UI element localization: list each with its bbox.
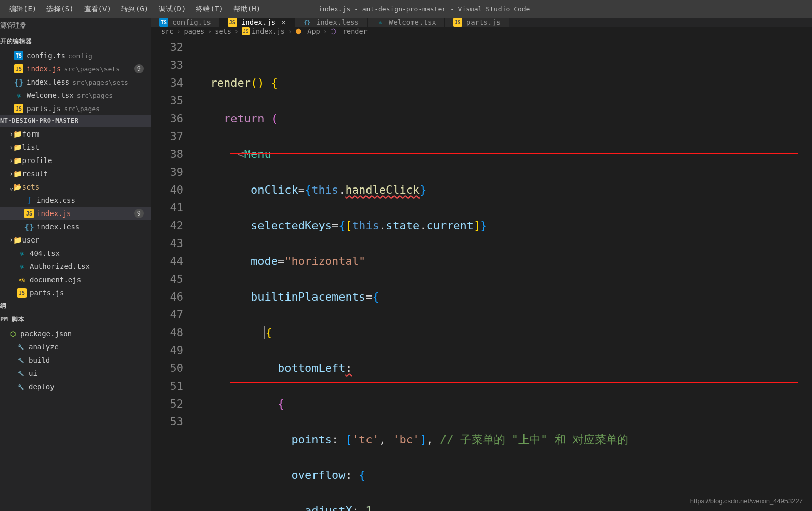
file-row[interactable]: ⚛Authorized.tsx <box>0 260 151 273</box>
js-icon: JS <box>17 288 27 298</box>
wrench-icon: 🔧 <box>16 382 25 391</box>
js-icon: JS <box>228 18 237 27</box>
js-icon: JS <box>24 209 34 218</box>
error-badge: 9 <box>134 209 144 218</box>
less-icon: {} <box>24 222 34 231</box>
js-icon: JS <box>453 18 462 27</box>
folder-icon: 📁 <box>13 236 22 244</box>
folder-icon: 📁 <box>13 156 22 165</box>
file-row[interactable]: {}index.less <box>0 220 151 233</box>
npm-script[interactable]: 🔧ui <box>0 367 151 380</box>
chevron-down-icon: ⌄ <box>9 183 13 191</box>
close-icon[interactable]: ✕ <box>281 18 285 26</box>
wrench-icon: 🔧 <box>16 342 25 352</box>
chevron-right-icon: › <box>9 130 13 138</box>
menu-help[interactable]: 帮助(H) <box>228 3 266 16</box>
react-icon: ⚛ <box>17 249 27 258</box>
folder-icon: 📁 <box>13 143 22 151</box>
error-badge: 9 <box>134 64 144 73</box>
file-row[interactable]: <%document.ejs <box>0 273 151 286</box>
open-editor-item[interactable]: {}index.lesssrc\pages\sets <box>0 75 151 89</box>
chevron-right-icon: › <box>9 170 13 178</box>
window-title: index.js - ant-design-pro-master - Visua… <box>266 5 583 13</box>
menu-terminal[interactable]: 终端(T) <box>191 3 228 16</box>
menu-goto[interactable]: 转到(G) <box>116 3 153 16</box>
folder-user[interactable]: ›📁user <box>0 233 151 247</box>
chevron-right-icon: › <box>9 143 13 151</box>
wrench-icon: 🔧 <box>16 356 25 365</box>
open-editor-item[interactable]: TSconfig.tsconfig <box>0 49 151 62</box>
folder-icon: 📁 <box>13 130 22 138</box>
npm-script[interactable]: 🔧deploy <box>0 380 151 393</box>
npm-script[interactable]: 🔧analyze <box>0 340 151 354</box>
folder-row[interactable]: ›📁profile <box>0 154 151 167</box>
js-icon: JS <box>14 64 23 73</box>
npm-icon: ⬡ <box>8 329 17 338</box>
package-json-row[interactable]: ⬡package.json <box>0 327 151 340</box>
editor-area: TSconfig.ts JSindex.js✕ {}index.less ⚛We… <box>151 18 812 511</box>
chevron-right-icon: › <box>9 156 13 165</box>
chevron-right-icon: › <box>9 236 13 244</box>
code-content[interactable]: render() { return ( <Menu onClick={this.… <box>197 35 812 511</box>
wrench-icon: 🔧 <box>16 369 25 378</box>
open-editor-item[interactable]: JSindex.jssrc\pages\sets9 <box>0 62 151 75</box>
file-row[interactable]: JSparts.js <box>0 286 151 300</box>
folder-row[interactable]: ›📁result <box>0 167 151 180</box>
code-editor[interactable]: 3233343536373839404142434445464748495051… <box>151 35 812 511</box>
open-editors-title[interactable]: 开的编辑器 <box>0 35 151 49</box>
file-row[interactable]: ⚛404.tsx <box>0 247 151 260</box>
open-editor-item[interactable]: JSparts.jssrc\pages <box>0 102 151 115</box>
npm-script[interactable]: 🔧build <box>0 354 151 367</box>
menubar: 编辑(E) 选择(S) 查看(V) 转到(G) 调试(D) 终端(T) 帮助(H… <box>0 0 812 18</box>
open-editor-item[interactable]: ⚛Welcome.tsxsrc\pages <box>0 89 151 102</box>
react-icon: ⚛ <box>17 262 27 271</box>
css-icon: ∫ <box>24 196 34 205</box>
outline-title[interactable]: 纲 <box>0 300 151 313</box>
watermark: https://blog.csdn.net/weixin_44953227 <box>690 497 803 505</box>
menu-select[interactable]: 选择(S) <box>41 3 78 16</box>
tab-parts[interactable]: JSparts.js <box>445 18 509 27</box>
sidebar-explorer: 源管理器 开的编辑器 TSconfig.tsconfig JSindex.jss… <box>0 18 151 511</box>
folder-row[interactable]: ›📁form <box>0 127 151 141</box>
react-icon: ⚛ <box>14 91 23 100</box>
tab-welcome[interactable]: ⚛Welcome.tsx <box>368 18 445 27</box>
react-icon: ⚛ <box>376 18 385 27</box>
editor-tabs: TSconfig.ts JSindex.js✕ {}index.less ⚛We… <box>151 18 812 27</box>
line-gutter: 3233343536373839404142434445464748495051… <box>151 35 197 511</box>
explorer-header: 源管理器 <box>0 18 151 35</box>
file-row[interactable]: ∫index.css <box>0 194 151 207</box>
file-row[interactable]: JSindex.js9 <box>0 207 151 220</box>
menu-view[interactable]: 查看(V) <box>79 3 116 16</box>
ts-icon: TS <box>159 18 168 27</box>
tab-index-js[interactable]: JSindex.js✕ <box>220 18 295 27</box>
menu-edit[interactable]: 编辑(E) <box>4 3 41 16</box>
less-icon: {} <box>14 77 23 87</box>
less-icon: {} <box>303 18 312 27</box>
ts-icon: TS <box>14 51 23 60</box>
ejs-icon: <% <box>17 275 27 284</box>
project-title[interactable]: NT-DESIGN-PRO-MASTER <box>0 115 151 127</box>
folder-open-icon: 📂 <box>13 183 22 191</box>
tab-index-less[interactable]: {}index.less <box>295 18 368 27</box>
folder-sets[interactable]: ⌄📂sets <box>0 180 151 194</box>
js-icon: JS <box>14 104 23 113</box>
npm-scripts-title[interactable]: PM 脚本 <box>0 313 151 327</box>
tab-config[interactable]: TSconfig.ts <box>151 18 220 27</box>
folder-row[interactable]: ›📁list <box>0 141 151 154</box>
menu-debug[interactable]: 调试(D) <box>153 3 191 16</box>
breadcrumb[interactable]: src› pages› sets› JSindex.js› ⬢ App› ⬡ r… <box>151 27 812 35</box>
folder-icon: 📁 <box>13 170 22 178</box>
